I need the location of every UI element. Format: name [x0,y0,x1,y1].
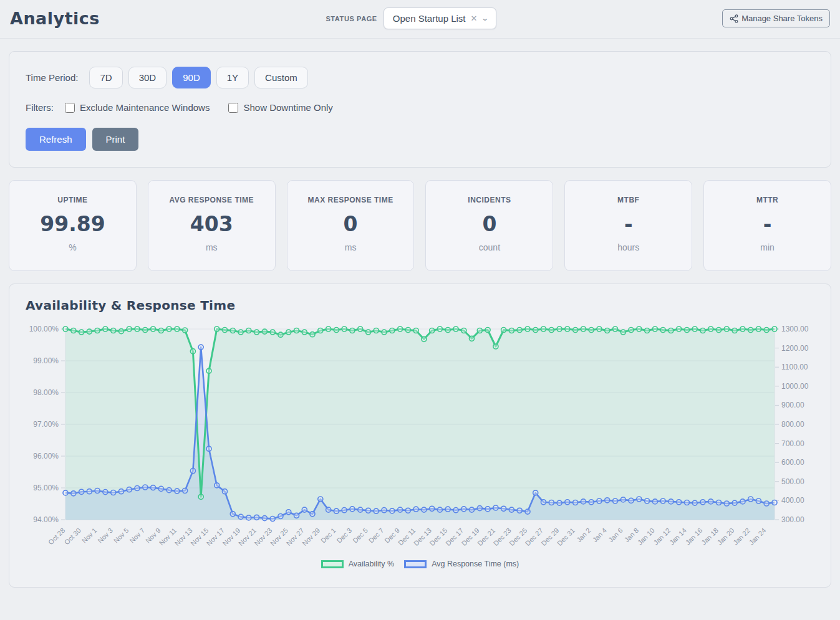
stat-value: - [710,212,824,236]
svg-text:99.00%: 99.00% [33,356,59,365]
svg-text:400.00: 400.00 [781,496,804,505]
svg-text:1000.00: 1000.00 [781,382,809,391]
status-page-selected-value: Open Startup List [393,13,466,24]
svg-text:97.00%: 97.00% [33,420,59,429]
svg-text:700.00: 700.00 [781,439,804,448]
svg-text:Nov 7: Nov 7 [128,527,146,545]
stat-unit: min [710,242,824,252]
svg-text:1300.00: 1300.00 [781,325,809,333]
chart-title: Availability & Response Time [26,298,814,313]
stat-label: MTTR [710,196,824,204]
period-button-custom[interactable]: Custom [254,67,308,88]
svg-text:500.00: 500.00 [781,477,804,486]
chart-legend: Availability % Avg Response Time (ms) [26,560,814,568]
svg-text:Dec 5: Dec 5 [351,527,369,545]
time-period-row: Time Period: 7D 30D 90D 1Y Custom [26,67,814,88]
stat-unit: % [16,242,130,252]
status-page-select[interactable]: Open Startup List ✕ ⌄ [384,7,496,29]
svg-text:98.00%: 98.00% [33,388,59,397]
svg-text:94.00%: 94.00% [33,515,59,524]
stat-label: UPTIME [16,196,130,204]
svg-text:Dec 3: Dec 3 [335,527,353,545]
legend-item-response-time[interactable]: Avg Response Time (ms) [404,560,519,568]
filters-label: Filters: [26,102,54,113]
stat-value: - [571,212,685,236]
svg-text:Nov 1: Nov 1 [80,527,99,545]
legend-label: Availability % [349,560,394,568]
svg-text:Oct 28: Oct 28 [47,527,66,546]
stat-unit: ms [294,242,408,252]
svg-text:Jan 12: Jan 12 [652,527,672,546]
refresh-button[interactable]: Refresh [26,128,86,151]
stat-label: MTBF [571,196,685,204]
svg-text:Oct 30: Oct 30 [63,527,82,546]
svg-text:1100.00: 1100.00 [781,363,808,371]
chevron-down-icon: ⌄ [481,15,490,22]
stat-unit: hours [571,242,685,252]
svg-text:Jan 22: Jan 22 [731,527,751,546]
stat-card-uptime: UPTIME 99.89 % [9,180,137,271]
svg-text:Jan 4: Jan 4 [591,527,609,544]
stat-label: AVG RESPONSE TIME [155,196,269,204]
period-button-30d[interactable]: 30D [128,67,167,88]
stat-label: INCIDENTS [432,196,546,204]
svg-text:Nov 5: Nov 5 [112,527,130,545]
availability-response-chart: 100.00%99.00%98.00%97.00%96.00%95.00%94.… [26,320,813,558]
availability-swatch-icon [321,560,344,568]
clear-selection-icon[interactable]: ✕ [471,14,478,22]
svg-text:Jan 6: Jan 6 [607,527,624,544]
manage-share-tokens-label: Manage Share Tokens [741,14,823,23]
stats-row: UPTIME 99.89 % AVG RESPONSE TIME 403 ms … [9,180,831,271]
svg-text:800.00: 800.00 [781,420,804,429]
svg-text:Jan 18: Jan 18 [700,527,720,546]
svg-text:Jan 24: Jan 24 [748,527,768,546]
svg-text:Jan 10: Jan 10 [636,527,656,546]
manage-share-tokens-button[interactable]: Manage Share Tokens [722,9,830,27]
status-page-label: STATUS PAGE [326,15,377,22]
svg-text:600.00: 600.00 [781,458,804,467]
exclude-maintenance-checkbox[interactable]: Exclude Maintenance Windows [65,102,210,113]
svg-text:Jan 2: Jan 2 [575,527,592,544]
stat-card-mttr: MTTR - min [703,180,831,271]
exclude-maintenance-checkbox-input[interactable] [65,103,75,113]
stat-label: MAX RESPONSE TIME [294,196,408,204]
stat-card-avg-response-time: AVG RESPONSE TIME 403 ms [148,180,276,271]
stat-card-max-response-time: MAX RESPONSE TIME 0 ms [287,180,415,271]
share-icon [730,14,738,23]
top-header: Analytics STATUS PAGE Open Startup List … [0,0,840,39]
legend-item-availability[interactable]: Availability % [321,560,394,568]
svg-text:Jan 16: Jan 16 [684,527,704,546]
period-button-90d[interactable]: 90D [172,67,211,88]
show-downtime-checkbox[interactable]: Show Downtime Only [228,102,332,113]
svg-text:Dec 1: Dec 1 [319,527,337,545]
svg-text:Nov 3: Nov 3 [96,527,114,545]
stat-card-mtbf: MTBF - hours [564,180,692,271]
stat-unit: ms [155,242,269,252]
legend-label: Avg Response Time (ms) [432,560,519,568]
show-downtime-checkbox-input[interactable] [228,103,238,113]
print-button[interactable]: Print [92,128,139,151]
svg-text:Jan 20: Jan 20 [716,527,736,546]
response-time-swatch-icon [404,560,427,568]
svg-text:Dec 31: Dec 31 [556,527,576,547]
svg-text:Jan 14: Jan 14 [668,527,688,546]
svg-text:1200.00: 1200.00 [781,344,809,353]
time-period-label: Time Period: [26,72,78,83]
chart-panel: Availability & Response Time 100.00%99.0… [9,284,831,588]
svg-text:900.00: 900.00 [781,401,804,409]
svg-text:95.00%: 95.00% [33,484,59,492]
filter-actions-row: Refresh Print [26,128,814,151]
exclude-maintenance-label: Exclude Maintenance Windows [80,102,210,113]
svg-text:96.00%: 96.00% [33,452,59,460]
stat-value: 99.89 [16,212,130,236]
stat-value: 0 [432,212,546,236]
stat-unit: count [432,242,546,252]
show-downtime-label: Show Downtime Only [243,102,332,113]
svg-text:100.00%: 100.00% [29,325,59,333]
svg-text:Nov 29: Nov 29 [301,527,321,547]
filters-row: Filters: Exclude Maintenance Windows Sho… [26,102,814,113]
page-title: Analytics [10,9,100,28]
period-button-7d[interactable]: 7D [89,67,122,88]
stat-value: 403 [155,212,269,236]
period-button-1y[interactable]: 1Y [216,67,249,88]
